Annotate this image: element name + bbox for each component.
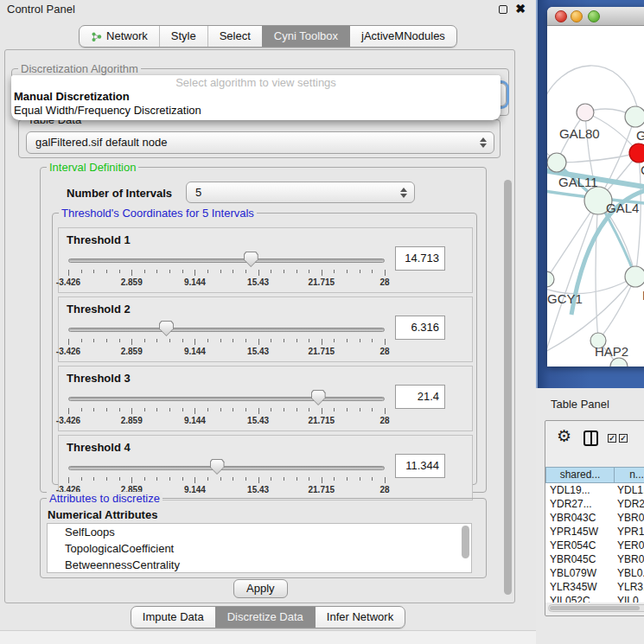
threshold-value-field[interactable]: 21.4 [395, 385, 445, 409]
dropdown-option-equal-width-frequency[interactable]: Equal Width/Frequency Discretization [11, 104, 501, 118]
slider-track[interactable] [68, 466, 385, 470]
table-row[interactable]: YBR045CYBR0... [545, 552, 644, 566]
network-view-window[interactable]: GAL80GACGAL11GAL4GCY1HHAP2 [547, 7, 644, 367]
tab-network[interactable]: Network [80, 26, 159, 47]
close-icon[interactable]: ✖ [515, 2, 526, 16]
network-node-red[interactable] [629, 143, 644, 163]
tick-mark [144, 270, 145, 273]
column-header-shared-[interactable]: shared... [545, 467, 614, 483]
slider-track[interactable] [68, 258, 385, 263]
apply-button[interactable]: Apply [233, 579, 288, 598]
tick-mark [207, 270, 208, 273]
float-window-icon[interactable] [499, 5, 507, 14]
network-canvas[interactable]: GAL80GACGAL11GAL4GCY1HHAP2 [547, 26, 644, 367]
slider-ticks [68, 270, 385, 277]
list-item-selfloops[interactable]: SelfLoops [48, 524, 471, 540]
table-row[interactable]: YDL19...YDL1... [545, 483, 644, 497]
network-node-pink[interactable] [577, 104, 594, 121]
close-traffic-light-icon[interactable] [555, 10, 567, 22]
algorithm-dropdown-popup: Select algorithm to view settings Manual… [11, 75, 501, 120]
tick-mark [233, 270, 233, 273]
tick-mark [220, 477, 221, 481]
slider-thumb[interactable] [159, 321, 174, 336]
network-node-green[interactable] [625, 106, 644, 127]
threshold-value-field[interactable]: 14.713 [395, 246, 445, 271]
slider-thumb[interactable] [244, 252, 258, 267]
horizontal-scrollbar[interactable] [548, 604, 644, 612]
tab-cyni-toolbox[interactable]: Cyni Toolbox [262, 26, 349, 47]
tick-mark [233, 408, 233, 411]
columns-icon[interactable] [583, 430, 598, 446]
tick-mark [182, 477, 183, 481]
table-row[interactable]: YBL079WYBL0... [545, 566, 644, 580]
table-row[interactable]: YPR145WYPR1... [545, 525, 644, 539]
list-item-betweennesscentrality[interactable]: BetweennessCentrality [48, 557, 471, 573]
dropdown-option-manual-discretization[interactable]: Manual Discretization [11, 90, 501, 104]
tick-mark [81, 270, 82, 273]
slider-ticks [68, 339, 385, 346]
table-row[interactable]: YLR345WYLR3... [545, 580, 644, 594]
table-row[interactable]: YDR27...YDR2... [545, 497, 644, 511]
attributes-group: Attributes to discretize Numerical Attri… [40, 498, 487, 578]
vertical-scrollbar[interactable] [504, 180, 512, 595]
tick-label: -3.426 [56, 277, 80, 287]
network-node-green[interactable] [547, 153, 566, 172]
tick-mark [258, 408, 259, 414]
tick-mark [385, 477, 386, 483]
tick-mark [271, 339, 271, 342]
cell-shared-name: YDR27... [545, 497, 614, 511]
tick-label: 2.859 [121, 277, 143, 287]
numerical-attributes-list[interactable]: SelfLoopsTopologicalCoefficientBetweenne… [47, 523, 472, 573]
tick-mark [360, 408, 360, 411]
tick-mark [334, 477, 335, 481]
table-data-combo[interactable]: galFiltered.sif default node [26, 131, 494, 154]
network-node-green[interactable] [547, 271, 554, 287]
slider-track[interactable] [68, 328, 385, 332]
list-item-topologicalcoefficient[interactable]: TopologicalCoefficient [48, 540, 471, 557]
threshold-slider[interactable]: -3.4262.8599.14415.4321.71528 [68, 251, 385, 290]
tab-impute-data[interactable]: Impute Data [131, 607, 215, 628]
table-row[interactable]: YBR043CYBR0... [545, 511, 644, 525]
column-header-n-[interactable]: n... [614, 467, 644, 483]
network-window-titlebar[interactable] [547, 7, 644, 26]
tab-label: Cyni Toolbox [274, 26, 338, 47]
checkbox-icon[interactable]: ✓ [608, 434, 616, 443]
tab-jactivemnodules[interactable]: jActiveMNodules [349, 26, 456, 47]
node-label-gal11: GAL11 [558, 175, 598, 189]
tick-mark [258, 477, 259, 483]
network-node-green[interactable] [625, 266, 644, 287]
threshold-value-field[interactable]: 11.344 [395, 454, 445, 478]
list-scrollbar[interactable] [462, 526, 469, 558]
table-row[interactable]: YIL052CYIL0... [545, 594, 644, 603]
tick-mark [372, 477, 373, 481]
network-edge[interactable] [596, 201, 598, 341]
threshold-value-field[interactable]: 6.316 [395, 316, 445, 340]
zoom-traffic-light-icon[interactable] [588, 10, 600, 22]
network-edge[interactable] [598, 277, 635, 341]
tab-discretize-data[interactable]: Discretize Data [215, 607, 315, 628]
network-edge[interactable] [547, 66, 637, 108]
number-of-intervals-combo[interactable]: 5 [186, 182, 415, 203]
tab-select[interactable]: Select [207, 26, 262, 47]
tick-mark [385, 339, 386, 345]
slider-track[interactable] [68, 397, 385, 401]
tab-infer-network[interactable]: Infer Network [315, 607, 405, 628]
interval-definition-group: Interval Definition Number of Intervals … [40, 167, 487, 493]
slider-thumb[interactable] [311, 390, 326, 405]
threshold-slider[interactable]: -3.4262.8599.14415.4321.71528 [68, 320, 385, 360]
tick-mark [68, 408, 69, 414]
scrollbar-thumb[interactable] [550, 606, 640, 610]
table-row[interactable]: YER054CYER0... [545, 539, 644, 552]
tick-mark [93, 270, 94, 273]
tick-label: 15.43 [247, 277, 269, 287]
network-edge[interactable] [557, 153, 639, 163]
tab-style[interactable]: Style [159, 26, 207, 47]
tab-label: Impute Data [143, 607, 204, 628]
slider-tick-labels: -3.4262.8599.14415.4321.71528 [68, 277, 385, 288]
tick-mark [93, 477, 94, 481]
checkbox-icon[interactable]: ✓ [619, 434, 628, 443]
threshold-slider[interactable]: -3.4262.8599.14415.4321.71528 [68, 389, 385, 429]
gear-icon[interactable]: ⚙ [557, 428, 571, 445]
slider-thumb[interactable] [210, 459, 225, 475]
minimize-traffic-light-icon[interactable] [571, 10, 583, 22]
